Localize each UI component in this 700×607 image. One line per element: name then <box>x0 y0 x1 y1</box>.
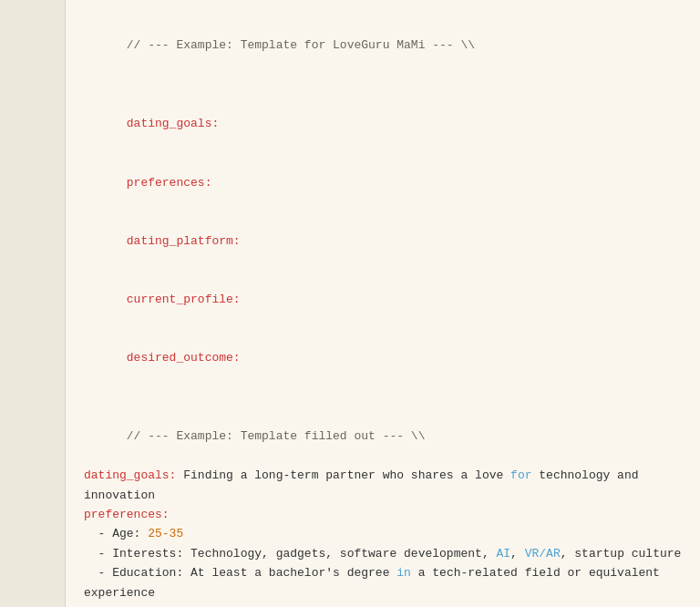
template-key-profile: current_profile: <box>84 271 682 329</box>
filled-preferences: preferences: <box>84 505 682 524</box>
left-gutter <box>0 0 66 607</box>
blank-2 <box>84 387 682 406</box>
pref-ai: AI <box>496 547 510 561</box>
template-key-platform: dating_platform: <box>84 211 682 270</box>
pref-education-line: - Education: At least a bachelor's degre… <box>84 563 682 602</box>
filled-key-preferences: preferences: <box>84 508 170 521</box>
filled-key-dating-goals: dating_goals: <box>84 468 176 482</box>
key-preferences: preferences: <box>127 176 212 190</box>
pref-interests-rest: , startup culture <box>561 547 682 561</box>
pref-age-value: 25-35 <box>148 527 183 540</box>
comment-text-2: // --- Example: Template filled out --- … <box>127 429 426 443</box>
template-key-preferences: preferences: <box>84 153 682 211</box>
pref-vrar: VR/AR <box>525 547 561 561</box>
key-platform: dating_platform: <box>127 234 241 248</box>
for-keyword-1: for <box>510 468 531 482</box>
pref-lifestyle-line: - Lifestyle: Active and ambitious, value… <box>84 602 682 607</box>
pref-comma: , <box>510 547 525 561</box>
comment-line-1: // --- Example: Template for LoveGuru Ma… <box>84 16 682 75</box>
template-key-outcome: desired_outcome: <box>84 329 682 387</box>
key-outcome: desired_outcome: <box>127 351 241 365</box>
pref-interests-label: - Interests: Technology, gadgets, softwa… <box>84 547 496 561</box>
pref-edu-in: in <box>396 566 411 580</box>
blank-1 <box>84 75 682 94</box>
pref-age-line: - Age: 25-35 <box>84 524 682 543</box>
key-dating-goals: dating_goals: <box>127 117 219 130</box>
dating-goals-text1: Finding a long-term partner who shares a… <box>176 468 510 482</box>
pref-edu-label: - Education: At least a bachelor's degre… <box>84 566 396 580</box>
pref-interests-line: - Interests: Technology, gadgets, softwa… <box>84 544 682 563</box>
pref-age-label: - Age: <box>84 527 148 540</box>
comment-line-2: // --- Example: Template filled out --- … <box>84 407 682 466</box>
template-key-dating-goals: dating_goals: <box>84 95 682 153</box>
key-profile: current_profile: <box>127 293 241 306</box>
page-container: // --- Example: Template for LoveGuru Ma… <box>0 0 700 607</box>
code-area: // --- Example: Template for LoveGuru Ma… <box>66 0 700 607</box>
filled-dating-goals: dating_goals: Finding a long-term partne… <box>84 466 682 505</box>
comment-text-1: // --- Example: Template for LoveGuru Ma… <box>127 38 475 52</box>
